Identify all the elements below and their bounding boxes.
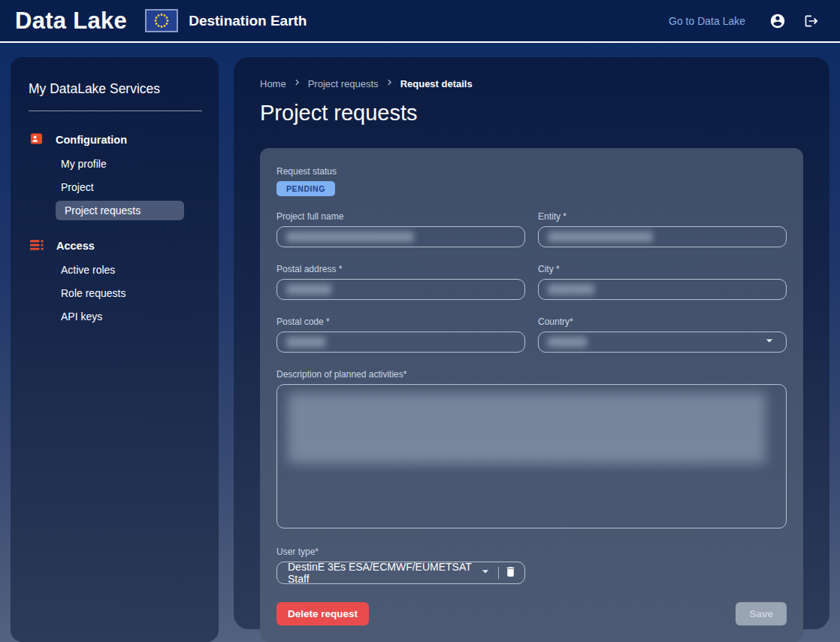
sidebar-item-active-roles[interactable]: Active roles (29, 260, 202, 280)
save-button[interactable]: Save (736, 602, 787, 625)
go-to-data-lake-link[interactable]: Go to Data Lake (669, 15, 745, 27)
divider (498, 567, 499, 579)
postal-address-label: Postal address * (276, 264, 525, 274)
field-project-full-name: Project full name (276, 211, 525, 247)
content-area: My DataLake Services Configuration My pr… (0, 43, 840, 642)
caret-down-icon[interactable] (478, 564, 493, 582)
badge-icon (30, 132, 43, 147)
field-description: Description of planned activities* (276, 369, 787, 528)
redacted-value (288, 392, 766, 464)
breadcrumb-home[interactable]: Home (260, 78, 286, 89)
caret-down-icon[interactable] (762, 333, 777, 351)
field-city: City * (538, 264, 787, 300)
sidebar-section-configuration[interactable]: Configuration (30, 129, 202, 150)
breadcrumb-project-requests[interactable]: Project requests (308, 78, 379, 89)
main-panel: Home Project requests Request details Pr… (234, 57, 829, 629)
sidebar-title: My DataLake Services (29, 81, 202, 97)
field-postal-address: Postal address * (276, 264, 525, 300)
city-input[interactable] (538, 279, 787, 300)
chevron-right-icon (292, 77, 303, 90)
account-circle-icon[interactable] (769, 13, 786, 29)
breadcrumb-request-details: Request details (400, 78, 473, 89)
entity-input[interactable] (538, 226, 787, 247)
request-form-card: Request status PENDING Project full name… (260, 148, 803, 642)
description-label: Description of planned activities* (276, 369, 787, 380)
entity-label: Entity * (538, 211, 787, 222)
postal-code-label: Postal code * (276, 316, 525, 327)
project-full-name-input[interactable] (276, 226, 525, 247)
redacted-value (548, 232, 653, 242)
country-select[interactable] (538, 332, 787, 353)
sidebar-section-access[interactable]: Access (30, 235, 202, 256)
toc-list-icon (30, 239, 44, 253)
user-type-label: User type* (276, 547, 525, 557)
breadcrumb: Home Project requests Request details (260, 77, 803, 90)
delete-request-button[interactable]: Delete request (276, 602, 369, 625)
project-full-name-label: Project full name (276, 211, 525, 222)
app-header: Data Lake Destination Earth Go to Data L… (0, 0, 840, 43)
page-title: Project requests (260, 101, 803, 126)
field-entity: Entity * (538, 211, 787, 247)
postal-address-input[interactable] (276, 279, 525, 300)
sidebar-item-project-requests[interactable]: Project requests (56, 201, 184, 220)
city-label: City * (538, 264, 787, 274)
status-badge: PENDING (276, 181, 335, 196)
sidebar-item-project[interactable]: Project (29, 177, 202, 197)
country-label: Country* (538, 316, 787, 327)
description-textarea[interactable] (276, 384, 787, 528)
sidebar: My DataLake Services Configuration My pr… (11, 57, 219, 642)
app-title: Data Lake (15, 8, 127, 35)
redacted-value (286, 284, 331, 295)
logout-icon[interactable] (804, 14, 819, 29)
eu-flag-icon (145, 9, 178, 32)
postal-code-input[interactable] (276, 332, 525, 353)
user-type-value: DestinE 3Es ESA/ECMWF/EUMETSAT Staff (288, 561, 478, 585)
sidebar-item-my-profile[interactable]: My profile (29, 154, 202, 174)
request-status-label: Request status (276, 166, 787, 177)
redacted-value (286, 337, 325, 347)
brand-name: Destination Earth (189, 13, 307, 29)
chevron-right-icon (384, 77, 395, 90)
field-user-type: User type* DestinE 3Es ESA/ECMWF/EUMETSA… (276, 547, 525, 584)
redacted-value (548, 337, 587, 347)
sidebar-item-role-requests[interactable]: Role requests (29, 283, 202, 303)
redacted-value (286, 232, 414, 242)
sidebar-item-api-keys[interactable]: API keys (29, 307, 202, 326)
redacted-value (548, 284, 594, 295)
user-type-select[interactable]: DestinE 3Es ESA/ECMWF/EUMETSAT Staff (276, 562, 525, 584)
field-postal-code: Postal code * (276, 316, 525, 353)
field-country: Country* (538, 316, 787, 353)
sidebar-divider (29, 111, 202, 111)
section-label: Configuration (56, 134, 127, 146)
trash-icon[interactable] (504, 565, 517, 581)
section-label: Access (56, 240, 95, 252)
